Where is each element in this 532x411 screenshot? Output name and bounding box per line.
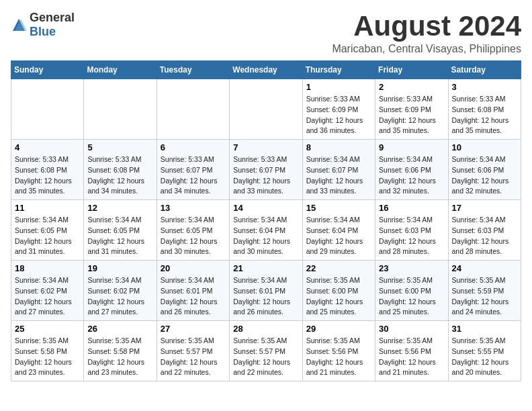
day-number: 6 <box>161 142 226 152</box>
day-number: 18 <box>15 263 80 273</box>
calendar-day-cell <box>84 79 157 140</box>
day-info: Sunrise: 5:35 AMSunset: 5:56 PMDaylight:… <box>379 336 444 378</box>
calendar-week-row: 1Sunrise: 5:33 AMSunset: 6:09 PMDaylight… <box>11 79 521 140</box>
day-info: Sunrise: 5:35 AMSunset: 5:56 PMDaylight:… <box>306 336 371 378</box>
logo: General Blue <box>11 11 75 39</box>
day-info: Sunrise: 5:33 AMSunset: 6:09 PMDaylight:… <box>306 94 371 136</box>
calendar-table: SundayMondayTuesdayWednesdayThursdayFrid… <box>11 60 521 381</box>
day-number: 26 <box>87 324 152 334</box>
day-number: 5 <box>87 142 152 152</box>
calendar-day-cell: 20Sunrise: 5:34 AMSunset: 6:01 PMDayligh… <box>157 261 229 321</box>
page-header: General Blue August 2024 Maricaban, Cent… <box>11 11 521 55</box>
calendar-day-cell: 3Sunrise: 5:33 AMSunset: 6:08 PMDaylight… <box>448 79 521 140</box>
calendar-day-header: Monday <box>84 61 157 79</box>
calendar-day-cell: 27Sunrise: 5:35 AMSunset: 5:57 PMDayligh… <box>157 321 229 381</box>
day-number: 21 <box>233 263 298 273</box>
day-number: 17 <box>452 203 517 213</box>
day-info: Sunrise: 5:34 AMSunset: 6:03 PMDaylight:… <box>452 215 517 257</box>
calendar-day-cell: 4Sunrise: 5:33 AMSunset: 6:08 PMDaylight… <box>11 140 84 200</box>
calendar-day-header: Friday <box>375 61 448 79</box>
calendar-day-cell: 16Sunrise: 5:34 AMSunset: 6:03 PMDayligh… <box>375 200 448 261</box>
calendar-day-cell: 7Sunrise: 5:33 AMSunset: 6:07 PMDaylight… <box>230 140 302 200</box>
day-number: 20 <box>161 263 226 273</box>
calendar-day-cell: 22Sunrise: 5:35 AMSunset: 6:00 PMDayligh… <box>302 261 375 321</box>
day-number: 3 <box>452 82 517 92</box>
calendar-day-cell: 29Sunrise: 5:35 AMSunset: 5:56 PMDayligh… <box>302 321 375 381</box>
calendar-day-cell: 12Sunrise: 5:34 AMSunset: 6:05 PMDayligh… <box>84 200 157 261</box>
day-info: Sunrise: 5:34 AMSunset: 6:04 PMDaylight:… <box>306 215 371 257</box>
day-number: 15 <box>306 203 371 213</box>
calendar-day-cell: 15Sunrise: 5:34 AMSunset: 6:04 PMDayligh… <box>302 200 375 261</box>
day-number: 30 <box>379 324 444 334</box>
day-info: Sunrise: 5:35 AMSunset: 5:57 PMDaylight:… <box>233 336 298 378</box>
logo-icon <box>11 17 27 33</box>
calendar-day-cell: 25Sunrise: 5:35 AMSunset: 5:58 PMDayligh… <box>11 321 84 381</box>
day-info: Sunrise: 5:34 AMSunset: 6:05 PMDaylight:… <box>15 215 80 257</box>
calendar-week-row: 18Sunrise: 5:34 AMSunset: 6:02 PMDayligh… <box>11 261 521 321</box>
day-number: 31 <box>452 324 517 334</box>
calendar-day-cell: 18Sunrise: 5:34 AMSunset: 6:02 PMDayligh… <box>11 261 84 321</box>
day-number: 22 <box>306 263 371 273</box>
calendar-day-cell <box>11 79 84 140</box>
calendar-day-cell: 6Sunrise: 5:33 AMSunset: 6:07 PMDaylight… <box>157 140 229 200</box>
day-info: Sunrise: 5:34 AMSunset: 6:05 PMDaylight:… <box>87 215 152 257</box>
day-info: Sunrise: 5:34 AMSunset: 6:03 PMDaylight:… <box>379 215 444 257</box>
logo-text-blue: Blue <box>30 25 56 38</box>
day-info: Sunrise: 5:34 AMSunset: 6:02 PMDaylight:… <box>87 275 152 318</box>
day-number: 23 <box>379 263 444 273</box>
calendar-day-cell: 28Sunrise: 5:35 AMSunset: 5:57 PMDayligh… <box>230 321 302 381</box>
calendar-day-cell: 5Sunrise: 5:33 AMSunset: 6:08 PMDaylight… <box>84 140 157 200</box>
calendar-day-cell: 31Sunrise: 5:35 AMSunset: 5:55 PMDayligh… <box>448 321 521 381</box>
day-number: 4 <box>15 142 80 152</box>
day-info: Sunrise: 5:33 AMSunset: 6:09 PMDaylight:… <box>379 94 444 136</box>
day-info: Sunrise: 5:34 AMSunset: 6:01 PMDaylight:… <box>233 275 298 318</box>
day-info: Sunrise: 5:35 AMSunset: 5:58 PMDaylight:… <box>87 336 152 378</box>
day-number: 27 <box>161 324 226 334</box>
day-info: Sunrise: 5:33 AMSunset: 6:07 PMDaylight:… <box>161 154 226 197</box>
day-number: 12 <box>87 203 152 213</box>
calendar-day-cell: 24Sunrise: 5:35 AMSunset: 5:59 PMDayligh… <box>448 261 521 321</box>
day-info: Sunrise: 5:33 AMSunset: 6:08 PMDaylight:… <box>15 154 80 197</box>
day-number: 13 <box>161 203 226 213</box>
day-info: Sunrise: 5:34 AMSunset: 6:04 PMDaylight:… <box>233 215 298 257</box>
calendar-day-cell <box>230 79 302 140</box>
day-number: 29 <box>306 324 371 334</box>
day-number: 9 <box>379 142 444 152</box>
calendar-day-header: Tuesday <box>157 61 229 79</box>
day-info: Sunrise: 5:35 AMSunset: 6:00 PMDaylight:… <box>306 275 371 318</box>
day-number: 16 <box>379 203 444 213</box>
calendar-day-header: Wednesday <box>230 61 302 79</box>
day-info: Sunrise: 5:35 AMSunset: 5:59 PMDaylight:… <box>452 275 517 318</box>
day-info: Sunrise: 5:35 AMSunset: 5:55 PMDaylight:… <box>452 336 517 378</box>
day-info: Sunrise: 5:34 AMSunset: 6:07 PMDaylight:… <box>306 154 371 197</box>
calendar-day-cell: 2Sunrise: 5:33 AMSunset: 6:09 PMDaylight… <box>375 79 448 140</box>
calendar-day-cell: 23Sunrise: 5:35 AMSunset: 6:00 PMDayligh… <box>375 261 448 321</box>
logo-text-general: General <box>30 11 75 24</box>
month-year: August 2024 <box>332 11 521 42</box>
calendar-day-cell: 19Sunrise: 5:34 AMSunset: 6:02 PMDayligh… <box>84 261 157 321</box>
calendar-day-header: Sunday <box>11 61 84 79</box>
calendar-day-cell <box>157 79 229 140</box>
day-number: 1 <box>306 82 371 92</box>
day-info: Sunrise: 5:33 AMSunset: 6:07 PMDaylight:… <box>233 154 298 197</box>
calendar-day-cell: 11Sunrise: 5:34 AMSunset: 6:05 PMDayligh… <box>11 200 84 261</box>
day-number: 7 <box>233 142 298 152</box>
calendar-day-cell: 26Sunrise: 5:35 AMSunset: 5:58 PMDayligh… <box>84 321 157 381</box>
day-number: 10 <box>452 142 517 152</box>
calendar-week-row: 25Sunrise: 5:35 AMSunset: 5:58 PMDayligh… <box>11 321 521 381</box>
calendar-day-cell: 1Sunrise: 5:33 AMSunset: 6:09 PMDaylight… <box>302 79 375 140</box>
calendar-week-row: 11Sunrise: 5:34 AMSunset: 6:05 PMDayligh… <box>11 200 521 261</box>
day-number: 24 <box>452 263 517 273</box>
day-info: Sunrise: 5:35 AMSunset: 5:57 PMDaylight:… <box>161 336 226 378</box>
day-info: Sunrise: 5:34 AMSunset: 6:01 PMDaylight:… <box>161 275 226 318</box>
day-number: 8 <box>306 142 371 152</box>
calendar-day-cell: 10Sunrise: 5:34 AMSunset: 6:06 PMDayligh… <box>448 140 521 200</box>
calendar-day-cell: 17Sunrise: 5:34 AMSunset: 6:03 PMDayligh… <box>448 200 521 261</box>
calendar-day-cell: 21Sunrise: 5:34 AMSunset: 6:01 PMDayligh… <box>230 261 302 321</box>
day-info: Sunrise: 5:34 AMSunset: 6:06 PMDaylight:… <box>452 154 517 197</box>
day-info: Sunrise: 5:35 AMSunset: 5:58 PMDaylight:… <box>15 336 80 378</box>
day-number: 14 <box>233 203 298 213</box>
calendar-day-header: Thursday <box>302 61 375 79</box>
day-number: 11 <box>15 203 80 213</box>
day-number: 25 <box>15 324 80 334</box>
